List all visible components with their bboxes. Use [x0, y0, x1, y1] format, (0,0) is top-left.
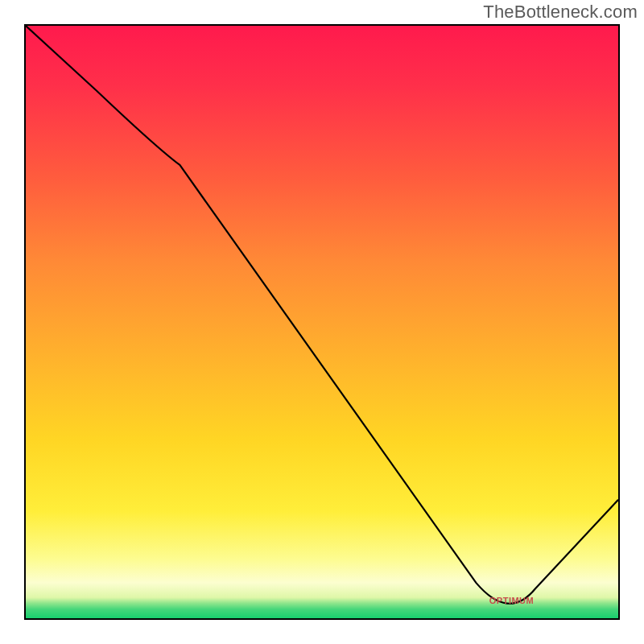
bottleneck-curve [26, 26, 618, 618]
optimum-marker: OPTIMUM [489, 596, 534, 605]
plot-frame: OPTIMUM [24, 24, 620, 620]
watermark-text: TheBottleneck.com [483, 2, 638, 23]
chart-container: TheBottleneck.com OPTIMUM [0, 0, 644, 644]
